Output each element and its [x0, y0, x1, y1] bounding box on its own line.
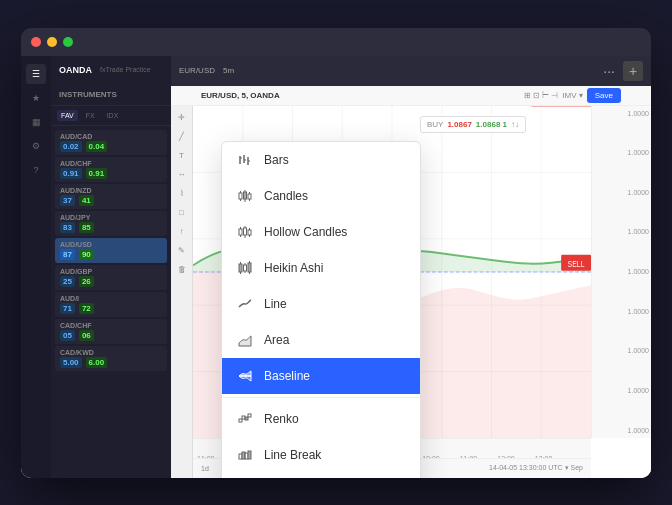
instrument-pair-name: AUD/I: [60, 295, 162, 302]
svg-rect-27: [248, 194, 251, 199]
sell-price: 05: [60, 330, 75, 341]
instrument-pair-name: CAD/KWD: [60, 349, 162, 356]
instruments-title: Instruments: [59, 90, 117, 99]
price-tick: 1.0000: [594, 110, 649, 117]
sidebar-icon-chart[interactable]: ▦: [26, 112, 46, 132]
bid-price: 1.0867: [447, 120, 471, 129]
brush-tool[interactable]: ✎: [174, 243, 190, 259]
add-button[interactable]: +: [623, 61, 643, 81]
dropdown-label: Heikin Ashi: [264, 261, 323, 275]
dropdown-label: Line: [264, 297, 287, 311]
svg-rect-39: [239, 264, 242, 272]
buy-price: 41: [79, 195, 94, 206]
price-scale: 1.0000 1.0000 1.0000 1.0000 1.0000 1.000…: [591, 106, 651, 438]
instrument-prices: 05 06: [60, 330, 162, 341]
sidebar-icon-star[interactable]: ★: [26, 88, 46, 108]
sidebar-icon-menu[interactable]: ☰: [26, 64, 46, 84]
dropdown-label: Bars: [264, 153, 289, 167]
dropdown-label: Baseline: [264, 369, 310, 383]
sell-price: 0.02: [60, 141, 82, 152]
list-item[interactable]: AUD/CAD 0.02 0.04: [55, 130, 167, 155]
minimize-dot[interactable]: [47, 37, 57, 47]
dropdown-item-renko[interactable]: Renko: [222, 401, 420, 437]
svg-rect-52: [248, 414, 251, 417]
svg-text:SELL: SELL: [568, 258, 585, 268]
instrument-pair-name: AUD/CHF: [60, 160, 162, 167]
bottom-zoom-out[interactable]: 1d: [201, 465, 209, 472]
tab-favourites[interactable]: FAV: [57, 110, 78, 121]
list-item[interactable]: AUD/CHF 0.91 0.91: [55, 157, 167, 182]
list-item[interactable]: CAD/KWD 5.00 6.00: [55, 346, 167, 371]
svg-rect-36: [248, 230, 251, 235]
maximize-dot[interactable]: [63, 37, 73, 47]
list-item[interactable]: CAD/CHF 05 06: [55, 319, 167, 344]
dropdown-item-baseline[interactable]: Baseline: [222, 358, 420, 394]
chart-tools-panel: ✛ ╱ T ↔ ⌇ □ ↑ ✎ 🗑: [171, 106, 193, 478]
instruments-panel: OANDA fxTrade Practice Instruments FAV F…: [51, 56, 171, 478]
dropdown-item-line-break[interactable]: Line Break: [222, 437, 420, 473]
instrument-prices: 5.00 6.00: [60, 357, 162, 368]
chart-info-text: EUR/USD, 5, OANDA: [201, 91, 280, 100]
price-tick: 1.0000: [594, 189, 649, 196]
browser-window: ☰ ★ ▦ ⚙ ? OANDA fxTrade Practice Instrum…: [21, 28, 651, 478]
dropdown-item-bars[interactable]: Bars: [222, 142, 420, 178]
candles-icon: [236, 187, 254, 205]
list-item[interactable]: AUD/JPY 83 85: [55, 211, 167, 236]
svg-rect-24: [244, 192, 247, 199]
instrument-pair-name: AUD/USD: [60, 241, 162, 248]
list-item[interactable]: AUD/GBP 25 26: [55, 265, 167, 290]
arrow-tool[interactable]: ↑: [174, 224, 190, 240]
dropdown-item-line[interactable]: Line: [222, 286, 420, 322]
dropdown-item-area[interactable]: Area: [222, 322, 420, 358]
chart-controls: ⊞ ⊡ ⊢ ⊣: [524, 91, 559, 100]
measure-tool[interactable]: ↔: [174, 167, 190, 183]
instrument-prices: 0.91 0.91: [60, 168, 162, 179]
buy-price: 6.00: [86, 357, 108, 368]
area-icon: [236, 331, 254, 349]
rect-tool[interactable]: □: [174, 205, 190, 221]
buy-price: 0.91: [86, 168, 108, 179]
chart-header: EUR/USD 5m ··· +: [171, 56, 651, 86]
bars-icon: [236, 151, 254, 169]
oanda-logo: OANDA: [59, 65, 92, 75]
price-tick: 1.0000: [594, 387, 649, 394]
sidebar-icon-settings[interactable]: ⚙: [26, 136, 46, 156]
sell-price: 83: [60, 222, 75, 233]
trend-line-tool[interactable]: ╱: [174, 129, 190, 145]
list-item[interactable]: AUD/I 71 72: [55, 292, 167, 317]
crosshair-tool[interactable]: ✛: [174, 110, 190, 126]
dropdown-item-kagi[interactable]: Kagi: [222, 473, 420, 478]
save-button[interactable]: Save: [587, 88, 621, 103]
price-tick: 1.0000: [594, 347, 649, 354]
dropdown-item-heikin-ashi[interactable]: Heikin Ashi: [222, 250, 420, 286]
close-dot[interactable]: [31, 37, 41, 47]
tab-index[interactable]: IDX: [103, 110, 123, 121]
line-break-icon: [236, 446, 254, 464]
text-tool[interactable]: T: [174, 148, 190, 164]
chart-pair-label: EUR/USD: [179, 66, 215, 75]
dropdown-label: Hollow Candles: [264, 225, 347, 239]
dropdown-item-hollow-candles[interactable]: Hollow Candles: [222, 214, 420, 250]
tab-forex[interactable]: FX: [82, 110, 99, 121]
fibonacci-tool[interactable]: ⌇: [174, 186, 190, 202]
list-item[interactable]: AUD/NZD 37 41: [55, 184, 167, 209]
buy-price: 0.04: [86, 141, 108, 152]
buy-price: 06: [79, 330, 94, 341]
delete-tool[interactable]: 🗑: [174, 262, 190, 278]
sell-price: 5.00: [60, 357, 82, 368]
instrument-pair-name: AUD/NZD: [60, 187, 162, 194]
buy-price: 26: [79, 276, 94, 287]
dropdown-label: Line Break: [264, 448, 321, 462]
sidebar-icon-help[interactable]: ?: [26, 160, 46, 180]
instrument-prices: 87 90: [60, 249, 162, 260]
ask-price: 1.0868 1: [476, 120, 507, 129]
price-tick: 1.0000: [594, 427, 649, 434]
instruments-tabs: FAV FX IDX: [51, 106, 171, 126]
dropdown-item-candles[interactable]: Candles: [222, 178, 420, 214]
list-item[interactable]: AUD/USD 87 90: [55, 238, 167, 263]
sell-price: 0.91: [60, 168, 82, 179]
sell-price: 25: [60, 276, 75, 287]
bid-label: BUY: [427, 120, 443, 129]
header-menu-dots[interactable]: ···: [603, 63, 615, 79]
instrument-prices: 25 26: [60, 276, 162, 287]
